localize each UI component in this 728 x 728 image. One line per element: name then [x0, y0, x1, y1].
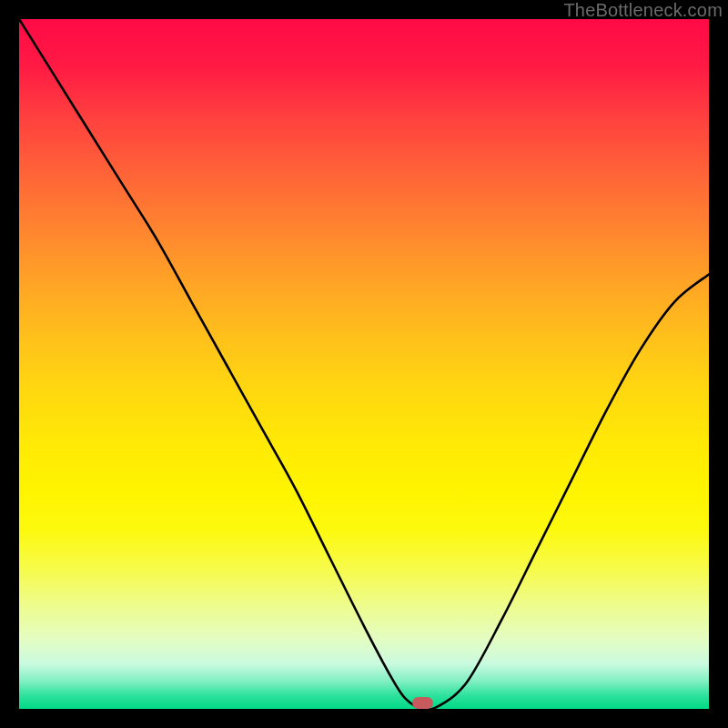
chart-plot-area — [19, 19, 709, 709]
optimal-point-marker — [412, 697, 433, 709]
curve-path — [19, 19, 709, 710]
bottleneck-curve — [19, 19, 709, 709]
watermark-text: TheBottleneck.com — [563, 0, 723, 21]
